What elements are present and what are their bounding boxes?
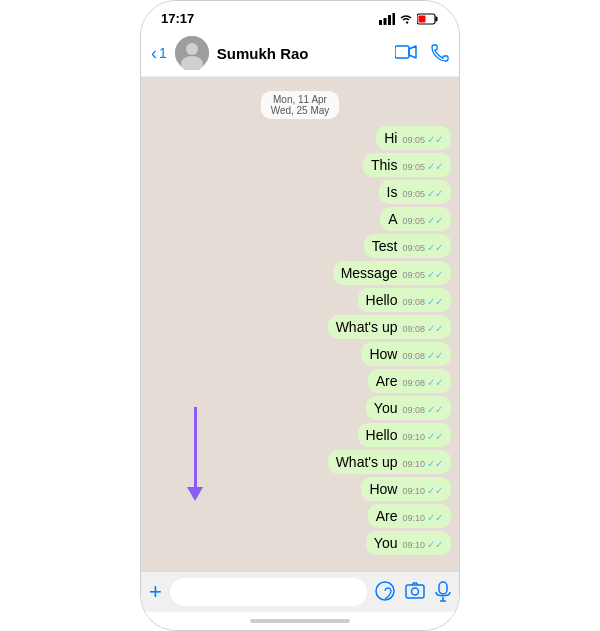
svg-point-14 <box>412 588 419 595</box>
message-time-9: 09:08 <box>402 378 425 388</box>
message-text-11: Hello <box>366 427 398 443</box>
message-row-2: Is 09:05 ✓✓ <box>149 180 451 204</box>
tick-8: ✓✓ <box>427 350 443 361</box>
home-indicator <box>141 612 459 630</box>
message-bubble-9: Are 09:08 ✓✓ <box>368 369 451 393</box>
tick-14: ✓✓ <box>427 512 443 523</box>
status-time: 17:17 <box>161 11 194 26</box>
message-meta-2: 09:05 ✓✓ <box>402 188 443 199</box>
chat-input-bar: + <box>141 571 459 612</box>
tick-2: ✓✓ <box>427 188 443 199</box>
message-meta-15: 09:10 ✓✓ <box>402 539 443 550</box>
message-meta-11: 09:10 ✓✓ <box>402 431 443 442</box>
arrow-line <box>194 407 197 487</box>
video-call-icon[interactable] <box>395 44 417 60</box>
tick-0: ✓✓ <box>427 134 443 145</box>
message-meta-3: 09:05 ✓✓ <box>402 215 443 226</box>
message-bubble-12: What's up 09:10 ✓✓ <box>328 450 451 474</box>
tick-13: ✓✓ <box>427 485 443 496</box>
message-row-4: Test 09:05 ✓✓ <box>149 234 451 258</box>
message-text-9: Are <box>376 373 398 389</box>
message-meta-4: 09:05 ✓✓ <box>402 242 443 253</box>
message-bubble-15: You 09:10 ✓✓ <box>366 531 451 555</box>
back-count: 1 <box>159 45 167 61</box>
message-bubble-10: You 09:08 ✓✓ <box>366 396 451 420</box>
wifi-icon <box>399 13 413 25</box>
signal-icon <box>379 13 395 25</box>
back-chevron-icon: ‹ <box>151 43 157 64</box>
message-bubble-14: Are 09:10 ✓✓ <box>368 504 451 528</box>
camera-icon[interactable] <box>405 581 425 601</box>
tick-3: ✓✓ <box>427 215 443 226</box>
message-row-1: This 09:05 ✓✓ <box>149 153 451 177</box>
message-row-8: How 09:08 ✓✓ <box>149 342 451 366</box>
message-meta-8: 09:08 ✓✓ <box>402 350 443 361</box>
message-time-3: 09:05 <box>402 216 425 226</box>
message-time-10: 09:08 <box>402 405 425 415</box>
avatar-icon <box>175 36 209 70</box>
tick-15: ✓✓ <box>427 539 443 550</box>
tick-12: ✓✓ <box>427 458 443 469</box>
message-time-1: 09:05 <box>402 162 425 172</box>
arrow-head <box>187 487 203 501</box>
input-icons <box>375 581 451 603</box>
message-text-6: Hello <box>366 292 398 308</box>
message-meta-13: 09:10 ✓✓ <box>402 485 443 496</box>
message-text-5: Message <box>341 265 398 281</box>
message-row-5: Message 09:05 ✓✓ <box>149 261 451 285</box>
message-row-7: What's up 09:08 ✓✓ <box>149 315 451 339</box>
message-row-14: Are 09:10 ✓✓ <box>149 504 451 528</box>
message-row-9: Are 09:08 ✓✓ <box>149 369 451 393</box>
tick-11: ✓✓ <box>427 431 443 442</box>
avatar <box>175 36 209 70</box>
status-icons <box>379 13 439 25</box>
phone-call-icon[interactable] <box>431 44 449 62</box>
svg-point-8 <box>186 43 198 55</box>
arrow-indicator <box>187 407 203 501</box>
message-bubble-1: This 09:05 ✓✓ <box>363 153 451 177</box>
svg-rect-1 <box>384 18 387 25</box>
message-text-3: A <box>388 211 397 227</box>
message-text-12: What's up <box>336 454 398 470</box>
chat-body: Mon, 11 AprWed, 25 May Hi 09:05 ✓✓ This … <box>141 77 459 571</box>
message-input[interactable] <box>170 578 367 606</box>
svg-rect-10 <box>395 46 409 58</box>
message-text-1: This <box>371 157 397 173</box>
message-meta-10: 09:08 ✓✓ <box>402 404 443 415</box>
message-bubble-0: Hi 09:05 ✓✓ <box>376 126 451 150</box>
message-time-5: 09:05 <box>402 270 425 280</box>
home-bar <box>250 619 350 623</box>
message-text-8: How <box>369 346 397 362</box>
tick-4: ✓✓ <box>427 242 443 253</box>
message-row-6: Hello 09:08 ✓✓ <box>149 288 451 312</box>
svg-rect-5 <box>436 16 438 21</box>
tick-7: ✓✓ <box>427 323 443 334</box>
plus-button[interactable]: + <box>149 581 162 603</box>
message-time-7: 09:08 <box>402 324 425 334</box>
back-button[interactable]: ‹ 1 <box>151 43 167 64</box>
contact-name[interactable]: Sumukh Rao <box>217 45 387 62</box>
message-bubble-7: What's up 09:08 ✓✓ <box>328 315 451 339</box>
tick-9: ✓✓ <box>427 377 443 388</box>
message-bubble-11: Hello 09:10 ✓✓ <box>358 423 451 447</box>
message-time-4: 09:05 <box>402 243 425 253</box>
message-meta-0: 09:05 ✓✓ <box>402 134 443 145</box>
message-time-0: 09:05 <box>402 135 425 145</box>
message-text-2: Is <box>387 184 398 200</box>
message-row-0: Hi 09:05 ✓✓ <box>149 126 451 150</box>
svg-rect-15 <box>439 582 447 594</box>
message-bubble-6: Hello 09:08 ✓✓ <box>358 288 451 312</box>
svg-rect-3 <box>393 13 396 25</box>
message-meta-14: 09:10 ✓✓ <box>402 512 443 523</box>
date-badge-1: Mon, 11 AprWed, 25 May <box>261 91 340 119</box>
svg-rect-6 <box>419 15 426 22</box>
svg-rect-0 <box>379 20 382 25</box>
message-meta-9: 09:08 ✓✓ <box>402 377 443 388</box>
message-time-2: 09:05 <box>402 189 425 199</box>
message-bubble-4: Test 09:05 ✓✓ <box>364 234 451 258</box>
phone-frame: 17:17 ‹ 1 <box>140 0 460 631</box>
sticker-icon[interactable] <box>375 581 395 601</box>
message-bubble-3: A 09:05 ✓✓ <box>380 207 451 231</box>
mic-icon[interactable] <box>435 581 451 603</box>
chat-header: ‹ 1 Sumukh Rao <box>141 30 459 77</box>
